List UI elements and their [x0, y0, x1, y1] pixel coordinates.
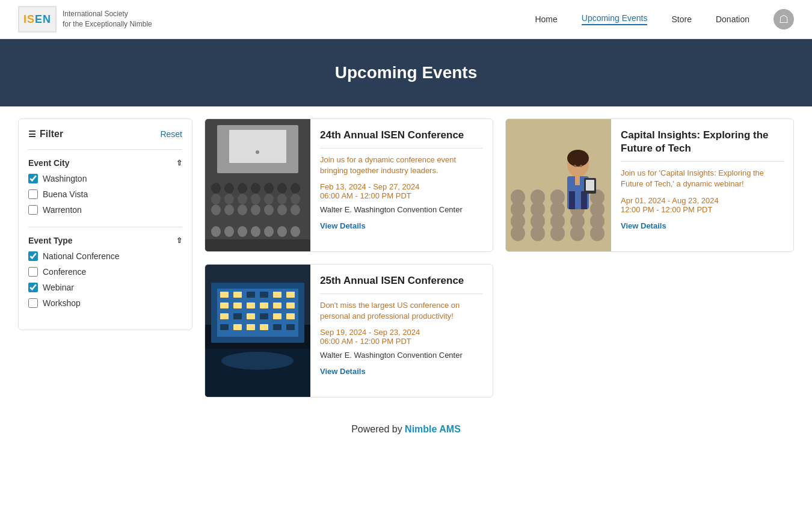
svg-rect-77 [247, 292, 255, 298]
svg-point-16 [277, 194, 287, 204]
type-checkbox-2[interactable] [28, 283, 38, 292]
event-location: Walter E. Washington Convention Center [320, 351, 483, 360]
svg-rect-79 [273, 292, 281, 298]
type-checkbox-3[interactable] [28, 298, 38, 308]
view-details-link[interactable]: View Details [621, 221, 784, 230]
svg-point-37 [277, 226, 287, 237]
svg-rect-80 [286, 292, 295, 298]
svg-point-59 [570, 226, 585, 241]
event-title: Capital Insights: Exploring the Future o… [621, 129, 784, 155]
navbar: ISEN International Society for the Excep… [0, 0, 812, 39]
svg-rect-84 [260, 302, 268, 308]
type-filter-national-conference[interactable]: National Conference [28, 251, 182, 261]
city-filter-buena-vista[interactable]: Buena Vista [28, 189, 182, 199]
event-divider [320, 148, 483, 149]
footer: Powered by Nimble AMS [0, 410, 812, 449]
event-body: 25th Annual ISEN ConferenceDon't miss th… [310, 265, 493, 397]
svg-point-12 [224, 194, 234, 204]
org-name: International Society for the Exceptiona… [63, 9, 152, 29]
logo-is: IS [23, 13, 35, 26]
event-divider [621, 161, 784, 162]
svg-point-33 [224, 226, 234, 237]
city-checkbox-2[interactable] [28, 205, 38, 215]
svg-point-20 [238, 204, 247, 215]
city-checkbox-1[interactable] [28, 189, 38, 199]
svg-point-6 [238, 183, 247, 194]
svg-rect-92 [286, 313, 295, 319]
sidebar-filter: ☰ Filter Reset Event City ⇧ WashingtonBu… [18, 118, 192, 330]
logo-box: ISEN [18, 6, 57, 32]
event-description: Join us for a dynamic conference event b… [320, 155, 483, 176]
svg-rect-64 [581, 191, 587, 209]
user-icon[interactable]: ☖ [774, 9, 794, 29]
svg-point-31 [291, 215, 300, 226]
city-checkbox-0[interactable] [28, 174, 38, 183]
svg-rect-83 [247, 302, 255, 308]
event-title: 24th Annual ISEN Conference [320, 129, 483, 142]
svg-rect-39 [205, 239, 310, 251]
svg-point-58 [550, 226, 565, 241]
type-section-title: Event Type ⇧ [28, 236, 182, 245]
svg-rect-67 [586, 180, 594, 191]
logo-en: EN [35, 13, 51, 26]
event-card: 25th Annual ISEN ConferenceDon't miss th… [205, 264, 493, 397]
event-divider [320, 293, 483, 294]
svg-point-29 [264, 215, 274, 226]
city-filter-washington[interactable]: Washington [28, 174, 182, 183]
svg-point-35 [251, 226, 260, 237]
type-checkbox-1[interactable] [28, 267, 38, 277]
filter-icon: ☰ [28, 129, 36, 139]
svg-point-15 [264, 194, 274, 204]
event-date: Apr 01, 2024 - Aug 23, 202412:00 PM - 12… [621, 196, 784, 214]
svg-point-9 [277, 183, 287, 194]
svg-rect-89 [247, 313, 255, 319]
svg-point-5 [224, 183, 234, 194]
svg-rect-86 [286, 302, 295, 308]
svg-point-100 [221, 352, 294, 370]
svg-point-68 [567, 150, 589, 167]
page-title: Upcoming Events [12, 63, 800, 82]
nav-home[interactable]: Home [535, 14, 557, 24]
svg-point-32 [211, 226, 221, 237]
svg-rect-96 [260, 324, 268, 330]
city-filter-warrenton[interactable]: Warrenton [28, 205, 182, 215]
svg-point-4 [211, 183, 221, 194]
main-content: ☰ Filter Reset Event City ⇧ WashingtonBu… [0, 106, 812, 410]
svg-rect-94 [233, 324, 242, 330]
nav-donation[interactable]: Donation [716, 14, 749, 24]
svg-point-36 [264, 226, 274, 237]
hero-banner: Upcoming Events [0, 39, 812, 106]
type-filter-section: Event Type ⇧ National ConferenceConferen… [28, 227, 182, 308]
type-checkbox-0[interactable] [28, 251, 38, 261]
svg-point-57 [531, 226, 545, 241]
type-filter-conference[interactable]: Conference [28, 267, 182, 277]
svg-point-34 [238, 226, 247, 237]
view-details-link[interactable]: View Details [320, 367, 483, 376]
svg-rect-98 [286, 324, 295, 330]
type-filter-webinar[interactable]: Webinar [28, 283, 182, 292]
svg-rect-95 [247, 324, 255, 330]
city-chevron-icon: ⇧ [176, 159, 182, 167]
nav-store[interactable]: Store [671, 14, 691, 24]
svg-point-69 [574, 165, 576, 167]
type-filter-workshop[interactable]: Workshop [28, 298, 182, 308]
city-filter-section: Event City ⇧ WashingtonBuena VistaWarren… [28, 149, 182, 215]
event-image-2 [205, 265, 310, 397]
svg-rect-78 [260, 292, 268, 298]
city-section-title: Event City ⇧ [28, 158, 182, 168]
svg-rect-81 [220, 302, 229, 308]
svg-point-21 [251, 204, 260, 215]
svg-rect-75 [220, 292, 229, 298]
svg-rect-93 [220, 324, 229, 330]
svg-point-7 [251, 183, 260, 194]
filter-title: ☰ Filter [28, 129, 63, 140]
event-date: Feb 13, 2024 - Sep 27, 202406:00 AM - 12… [320, 182, 483, 200]
reset-button[interactable]: Reset [160, 129, 182, 139]
svg-point-30 [277, 215, 287, 226]
view-details-link[interactable]: View Details [320, 221, 483, 230]
svg-rect-91 [273, 313, 281, 319]
event-date: Sep 19, 2024 - Sep 23, 202406:00 AM - 12… [320, 328, 483, 346]
svg-point-25 [211, 215, 221, 226]
event-image-1 [506, 119, 611, 251]
nav-upcoming-events[interactable]: Upcoming Events [582, 13, 648, 25]
